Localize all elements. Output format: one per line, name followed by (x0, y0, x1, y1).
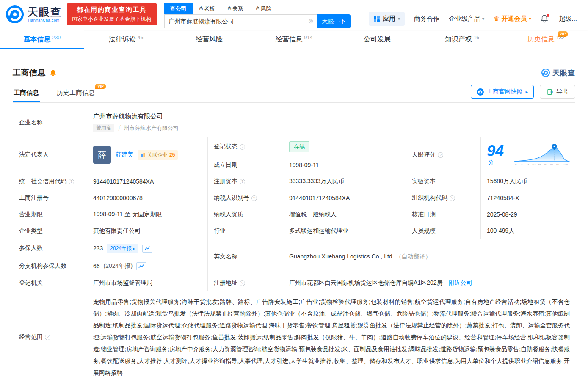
trend-chart-icon[interactable] (136, 262, 146, 270)
help-icon[interactable]: ? (240, 179, 245, 184)
help-icon[interactable]: ? (240, 280, 245, 286)
trend-chart-icon[interactable] (142, 245, 152, 253)
nav-tab-label: 历史信息 (527, 35, 555, 44)
building-icon (141, 152, 146, 157)
field-label-business-term: 营业期限 (13, 206, 87, 223)
tab-history-business-info[interactable]: 历史工商信息 VIP (56, 85, 96, 102)
vip-membership-link[interactable]: ♛ 开通会员 ▾ (494, 15, 531, 23)
field-label-english-name: 英文名称 (208, 239, 283, 275)
nav-tab-label: 经营信息 (275, 35, 302, 44)
field-value-taxpayer-qualification: 增值税一般纳税人 (283, 206, 406, 223)
search-area: 查公司 查老板 查关系 查风险 ⊗ 天眼一下 (164, 3, 351, 28)
field-label-business-scope: 经营范围? (13, 291, 87, 382)
label-text: 英文名称 (214, 253, 237, 260)
tab-business-registration-info[interactable]: 工商信息 (13, 85, 40, 102)
field-value-approval-date: 2025-08-29 (481, 206, 576, 223)
top-header: 天眼查 TianYanCha.com 都在用的商业查询工具 国家中小企业发展子基… (0, 0, 588, 30)
label-text: 分支机构参保人数 (19, 262, 66, 269)
nav-tab-basic-info[interactable]: 基本信息 230 (0, 30, 84, 49)
field-label-paid-capital: 实缴资本 (406, 173, 481, 190)
field-label-industry: 行业 (208, 223, 283, 239)
label-text: 成立日期 (214, 161, 237, 168)
search-tab-relation[interactable]: 查关系 (221, 3, 249, 14)
subscribe-bell-icon[interactable] (50, 69, 57, 77)
search-submit-button[interactable]: 天眼一下 (317, 14, 351, 28)
subtab-actions: 工商官网快照 ▸ 导出 (471, 85, 575, 102)
nearby-companies-link[interactable]: 附近公司 (448, 279, 472, 286)
label-text: 注册地址 (214, 279, 237, 286)
field-value-industry: 多式联运和运输代理业 (283, 223, 406, 239)
field-label-insured-count: 参保人数 (13, 239, 87, 258)
legal-rep-link[interactable]: 薛建美 (116, 151, 133, 159)
chevron-down-icon: ▾ (529, 16, 531, 21)
nav-tab-label: 基本信息 (23, 35, 50, 44)
arrow-right-icon: ▸ (525, 89, 528, 95)
search-row: ⊗ 天眼一下 (164, 14, 351, 28)
help-icon[interactable]: ? (69, 179, 74, 184)
export-label: 导出 (556, 88, 568, 96)
annual-report-button[interactable]: 2024年报 ▸ (107, 244, 138, 253)
section-title: 工商信息 (13, 67, 46, 78)
nav-tab-intellectual-property[interactable]: 知识产权 16 (420, 30, 504, 49)
field-label-taxpayer-id: 纳税人识别号? (208, 190, 283, 206)
apps-menu[interactable]: 应用 ▾ (369, 12, 405, 26)
score-distribution-chart: 0 3 15 50 85 87 97 99 100 (514, 142, 570, 168)
nav-tab-operating-risk[interactable]: 经营风险 (168, 30, 252, 49)
camera-icon (477, 88, 484, 96)
field-value-english-name: Guangzhou Xuehang Logistics Co., Ltd （自动… (283, 239, 576, 275)
label-text: 注册资本 (214, 178, 237, 184)
chevron-down-icon: ▾ (482, 16, 484, 21)
field-value-credit-code: 9144010171240584XA (87, 173, 208, 190)
official-snapshot-button[interactable]: 工商官网快照 ▸ (471, 85, 534, 99)
tianyancha-watermark: 天眼查 (541, 68, 575, 78)
related-count: 25 (169, 152, 175, 158)
search-tab-risk[interactable]: 查风险 (249, 3, 278, 14)
super-vip-link[interactable]: 超级... (559, 15, 577, 23)
help-icon[interactable]: ? (251, 195, 257, 201)
field-value-business-term: 1998-09-11 至 无固定期限 (87, 206, 208, 223)
tianyancha-logo[interactable]: 天眼查 TianYanCha.com (5, 5, 62, 24)
promo-banner: 都在用的商业查询工具 国家中小企业发展子基金旗下机构 (67, 3, 157, 25)
field-value-business-scope: 宠物用品零售;货物报关代理服务;海味干货批发;路牌、路标、广告牌安装施工;广告业… (87, 291, 576, 382)
search-input[interactable] (164, 14, 317, 28)
notification-dot (547, 14, 549, 17)
watermark-logo-icon (541, 68, 550, 77)
field-label-company-type: 企业类型 (13, 223, 87, 239)
logo-domain: TianYanCha.com (28, 18, 62, 22)
label-text: 纳税人资质 (214, 211, 243, 217)
enterprise-products-link[interactable]: 企业级产品 ▾ (449, 15, 484, 23)
field-value-legal-rep: 薛 薛建美 关联企业 25 (87, 137, 208, 173)
help-icon[interactable]: ? (438, 152, 443, 158)
nav-tab-legal-proceedings[interactable]: 法律诉讼 46 (84, 30, 168, 49)
svg-text:3: 3 (521, 163, 522, 166)
svg-text:97: 97 (550, 163, 553, 166)
annual-report-note: (2024年报) (104, 262, 133, 270)
related-companies-badge[interactable]: 关联企业 25 (138, 150, 178, 160)
label-text: 纳税人识别号 (214, 194, 249, 201)
nav-tab-company-development[interactable]: 公司发展 (336, 30, 420, 49)
search-tab-company[interactable]: 查公司 (164, 3, 193, 14)
notification-bell-icon[interactable] (540, 14, 549, 24)
subtab-bar: 工商信息 历史工商信息 VIP 工商官网快照 ▸ 导 (13, 85, 575, 103)
label-text: 登记机关 (19, 279, 43, 286)
field-label-approval-date: 核准日期 (406, 206, 481, 223)
svg-text:85: 85 (538, 163, 541, 166)
export-button[interactable]: 导出 (540, 85, 575, 99)
tab-history-label: 历史工商信息 (57, 89, 95, 96)
nav-tab-count: 46 (138, 35, 143, 41)
help-icon[interactable]: ? (45, 335, 50, 340)
snapshot-label: 工商官网快照 (487, 88, 522, 96)
field-label-registration-authority: 登记机关 (13, 275, 87, 291)
help-icon[interactable]: ? (450, 195, 455, 201)
help-icon[interactable]: ? (240, 144, 245, 150)
clear-icon[interactable]: ⊗ (308, 18, 314, 24)
business-cooperation-link[interactable]: 商务合作 (414, 15, 439, 23)
field-label-reg-capital: 注册资本? (208, 173, 283, 190)
nav-tab-history-info[interactable]: VIP 历史信息 132 (504, 30, 588, 49)
tianyan-score: 94分 (487, 143, 508, 166)
related-label: 关联企业 (147, 151, 168, 159)
legal-rep-avatar[interactable]: 薛 (93, 146, 111, 164)
nav-tab-business-info[interactable]: 经营信息 914 (252, 30, 336, 49)
promo-line2: 国家中小企业发展子基金旗下机构 (72, 16, 152, 23)
search-tab-boss[interactable]: 查老板 (193, 3, 221, 14)
